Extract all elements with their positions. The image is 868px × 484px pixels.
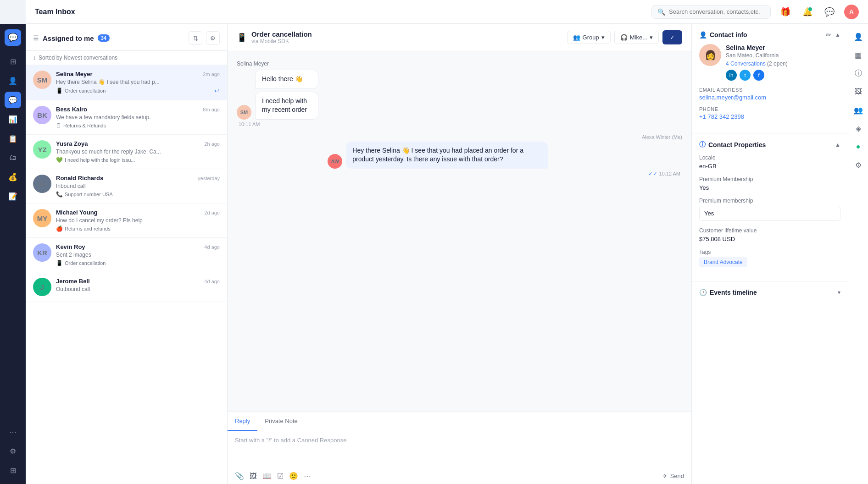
user-avatar[interactable]: A xyxy=(844,5,859,19)
conv-name-1: Selina Meyer xyxy=(56,71,93,77)
fr-contacts2-icon[interactable]: 👥 xyxy=(851,103,866,117)
fr-layout-icon[interactable]: ▦ xyxy=(851,48,866,62)
chat-header-actions: 👥 Group ▾ 🎧 Mike... ▾ ✓ xyxy=(567,30,682,44)
sidebar-item-gear[interactable]: ⚙ xyxy=(5,443,21,459)
collapse-events-button[interactable]: ▾ xyxy=(838,289,840,296)
conv-avatar-3: YZ xyxy=(33,140,51,159)
email-value[interactable]: selina.meyer@gmail.com xyxy=(699,94,840,101)
sidebar-item-dashboard[interactable]: ⊞ xyxy=(5,53,21,70)
conv-time-1: 2m ago xyxy=(203,72,220,77)
sidebar-item-inbox[interactable]: 💬 xyxy=(5,92,21,108)
sort-bar: ↕ Sorted by Newest conversations xyxy=(26,51,227,65)
clock-icon: 🕐 xyxy=(699,289,707,296)
conv-preview-6: Sent 2 images xyxy=(56,252,220,258)
chat-icon[interactable]: 💬 xyxy=(822,5,837,19)
message-group-1: Selina Meyer SM Hello there 👋 I need hel… xyxy=(237,60,682,127)
sidebar-item-contacts[interactable]: 👤 xyxy=(5,72,21,89)
resolve-button[interactable]: ✓ xyxy=(662,30,682,44)
conv-channel-icon-4: 📞 xyxy=(56,191,63,198)
conv-channel-icon-3: 💚 xyxy=(56,157,63,163)
contact-profile: 👩 Selina Meyer San Mateo, California 4 C… xyxy=(699,44,840,81)
edit-contact-button[interactable]: ✏ xyxy=(826,31,831,38)
article-button[interactable]: 📖 xyxy=(262,472,272,480)
conversation-item-1[interactable]: SM Selina Meyer 2m ago Hey there Selina … xyxy=(26,65,227,100)
email-label: Email address xyxy=(699,87,840,93)
conv-top-3: Yusra Zoya 2h ago xyxy=(56,140,220,147)
conv-tag-3: 💚 I need help with the login issu... xyxy=(56,157,220,163)
send-button[interactable]: ✈ Send xyxy=(662,473,684,479)
conversation-item-4[interactable]: R Ronald Richards yesterday Inbound call… xyxy=(26,169,227,204)
conversations-link[interactable]: 4 Conversations xyxy=(726,60,766,67)
fr-plugin-icon[interactable]: ● xyxy=(851,139,866,154)
twitter-button[interactable]: t xyxy=(740,70,751,81)
facebook-button[interactable]: f xyxy=(753,70,764,81)
emoji-button[interactable]: 🙂 xyxy=(289,472,298,480)
conv-name-4: Ronald Richards xyxy=(56,175,103,182)
user-circle-icon: 👤 xyxy=(699,31,707,38)
linkedin-button[interactable]: in xyxy=(726,70,737,81)
conv-channel-icon-5: 🍎 xyxy=(56,226,63,232)
conv-avatar-7: J xyxy=(33,278,51,296)
message-row-2: Hey there Selina 👋 I see that you had pl… xyxy=(237,142,682,169)
fr-contact-icon[interactable]: 👤 xyxy=(851,29,866,44)
center-panel: 📱 Order cancellation via Mobile SDK 👥 Gr… xyxy=(228,24,692,484)
gift-icon[interactable]: 🎁 xyxy=(778,5,793,19)
conv-name-3: Yusra Zoya xyxy=(56,140,88,147)
prop-value-0: en-GB xyxy=(699,163,840,170)
sort-button[interactable]: ⇅ xyxy=(189,31,202,45)
collapse-contact-button[interactable]: ▲ xyxy=(835,32,840,38)
conv-tag-4: 📞 Support number USA xyxy=(56,191,220,198)
fr-info-icon[interactable]: ⓘ xyxy=(851,66,866,81)
sidebar-item-money[interactable]: 💰 xyxy=(5,169,21,185)
tab-reply[interactable]: Reply xyxy=(228,412,257,431)
search-input[interactable] xyxy=(669,8,765,15)
prop-item-3: Customer lifetime value $75,808 USD xyxy=(699,227,840,242)
prop-label-3: Customer lifetime value xyxy=(699,227,840,234)
conv-time-3: 2h ago xyxy=(204,141,220,147)
reply-tools: 📎 🖼 📖 ☑ 🙂 ⋯ xyxy=(235,472,311,480)
agent-avatar-img: AW xyxy=(331,159,339,164)
notification-icon[interactable]: 🔔 xyxy=(800,5,815,19)
conversation-item-2[interactable]: BK Bess Kairo 8m ago We have a few manda… xyxy=(26,100,227,135)
collapse-props-button[interactable]: ▲ xyxy=(835,142,840,148)
sidebar-item-reports[interactable]: 📊 xyxy=(5,111,21,127)
checklist-button[interactable]: ☑ xyxy=(277,472,284,480)
conversation-item-6[interactable]: KR Kevin Roy 4d ago Sent 2 images 📱 Orde… xyxy=(26,238,227,272)
conv-tag-5: 🍎 Returns and refunds xyxy=(56,226,220,232)
prop-select-2[interactable]: YesNo xyxy=(699,206,840,221)
more-button[interactable]: ⋯ xyxy=(304,472,311,480)
fr-settings2-icon[interactable]: ⚙ xyxy=(851,158,866,172)
hamburger-icon[interactable]: ☰ xyxy=(33,34,39,42)
chat-input-area: Reply Private Note Start with a "/" to a… xyxy=(228,412,691,484)
conversations-open: (2 open) xyxy=(767,60,788,67)
sidebar-item-notes[interactable]: 📝 xyxy=(5,188,21,204)
conversation-item-7[interactable]: J Jerome Bell 4d ago Outbound call xyxy=(26,272,227,302)
fr-media-icon[interactable]: 🖼 xyxy=(851,84,866,99)
reply-input-placeholder[interactable]: Start with a "/" to add a Canned Respons… xyxy=(228,431,691,468)
conv-avatar-1: SM xyxy=(33,71,51,89)
sidebar-item-campaigns[interactable]: 📋 xyxy=(5,130,21,147)
image-button[interactable]: 🖼 xyxy=(250,472,257,480)
sidebar-item-grid[interactable]: ⊞ xyxy=(5,462,21,478)
agent-button[interactable]: 🎧 Mike... ▾ xyxy=(614,31,659,44)
sidebar-item-conversations[interactable]: 🗂 xyxy=(5,149,21,166)
phone-value[interactable]: +1 782 342 2398 xyxy=(699,113,840,120)
search-bar[interactable]: 🔍 xyxy=(651,5,771,19)
rail-top: ⊞ 👤 💬 📊 📋 🗂 💰 📝 xyxy=(5,53,21,421)
group-button[interactable]: 👥 Group ▾ xyxy=(567,31,611,44)
conv-top-1: Selina Meyer 2m ago xyxy=(56,71,220,77)
conv-avatar-5: MY xyxy=(33,209,51,227)
prop-item-2: Premium membership YesNo xyxy=(699,198,840,221)
fr-diamond-icon[interactable]: ◈ xyxy=(851,121,866,136)
conv-channel-label-1: Order cancellation xyxy=(65,88,106,94)
conversation-item-3[interactable]: YZ Yusra Zoya 2h ago Thankyou so much fo… xyxy=(26,135,227,169)
conv-channel-icon-1: 📱 xyxy=(56,88,63,94)
sidebar-item-settings[interactable]: ⋯ xyxy=(5,424,21,440)
conv-channel-label-4: Support number USA xyxy=(65,192,113,197)
tab-private-note[interactable]: Private Note xyxy=(257,412,305,431)
attach-button[interactable]: 📎 xyxy=(235,472,244,480)
conv-channel-label-2: Returns & Refunds xyxy=(63,123,106,128)
conversation-item-5[interactable]: MY Michael Young 2d ago How do I cancel … xyxy=(26,204,227,238)
filter-button[interactable]: ⚙ xyxy=(206,31,220,45)
conv-avatar-6: KR xyxy=(33,243,51,262)
